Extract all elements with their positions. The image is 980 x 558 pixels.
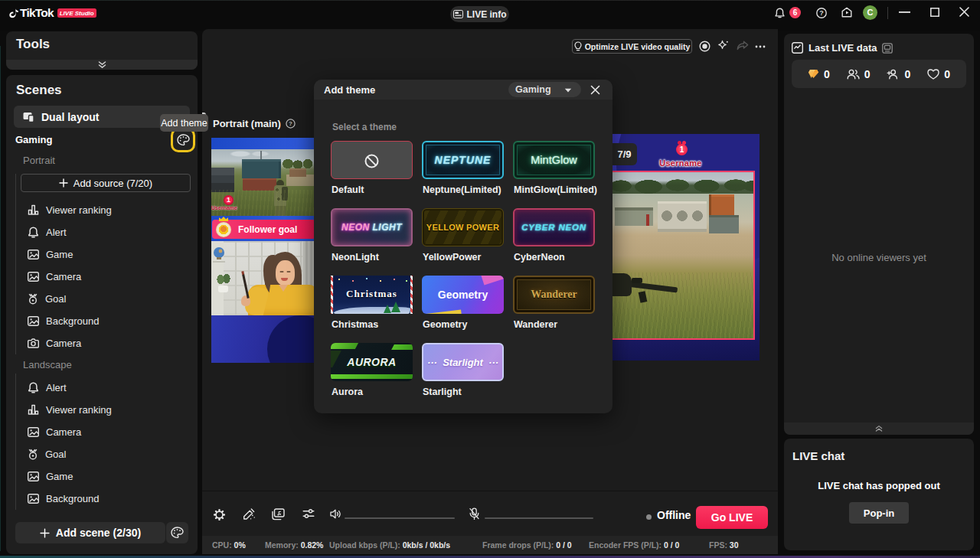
- svg-text:?: ?: [819, 9, 824, 17]
- svg-text:?: ?: [289, 120, 292, 127]
